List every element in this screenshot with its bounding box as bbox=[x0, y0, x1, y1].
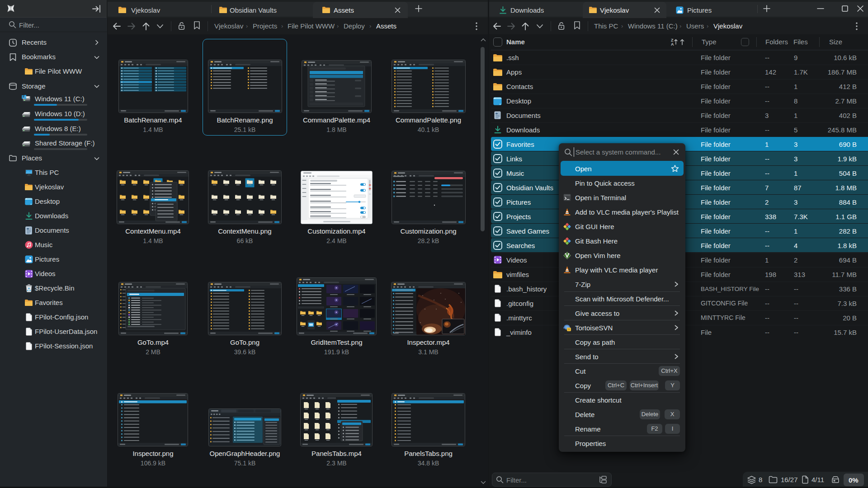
svg-text:A: A bbox=[671, 42, 674, 46]
